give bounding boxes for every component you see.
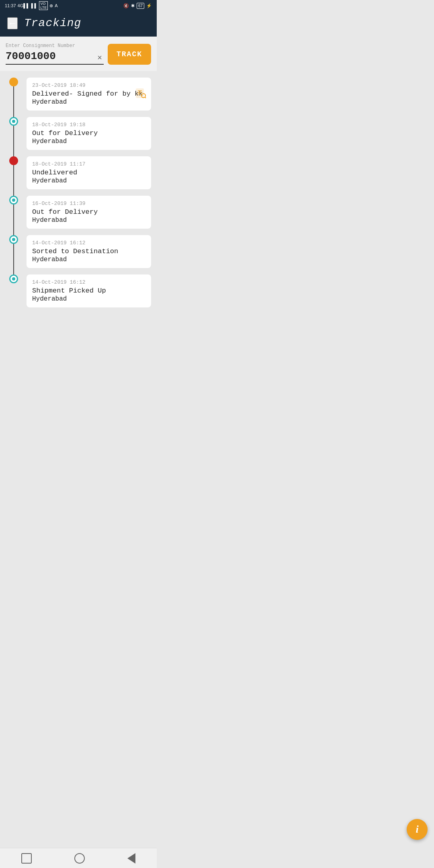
consignment-input[interactable] xyxy=(6,50,104,65)
search-icon-button[interactable] xyxy=(135,87,146,101)
svg-line-5 xyxy=(145,97,146,98)
timeline-left xyxy=(6,235,22,244)
timeline-left xyxy=(6,196,22,205)
card-location: Hyderabad xyxy=(32,177,145,184)
timeline-card: 18-Oct-2019 19:18 Out for Delivery Hyder… xyxy=(27,117,151,150)
card-location: Hyderabad xyxy=(32,295,145,303)
timeline-item: 18-Oct-2019 19:18 Out for Delivery Hyder… xyxy=(0,117,157,150)
dot-teal xyxy=(9,274,18,283)
timeline-left xyxy=(6,78,22,86)
card-status: Sorted to Destination xyxy=(32,248,145,255)
status-bar: 11:37 4G▌▌ ▌▌ VOLTE ⊕ A 🔇 ✱ 67 ⚡ xyxy=(0,0,157,11)
card-status: Out for Delivery xyxy=(32,129,145,137)
dot-teal xyxy=(9,117,18,126)
dot-orange xyxy=(9,78,18,86)
card-location: Hyderabad xyxy=(32,138,145,145)
card-datetime: 23-Oct-2019 18:49 xyxy=(32,82,145,88)
card-status: Out for Delivery xyxy=(32,208,145,216)
dot-teal xyxy=(9,235,18,244)
app-icon: A xyxy=(55,3,57,8)
card-datetime: 16-Oct-2019 11:39 xyxy=(32,201,145,207)
back-button[interactable]: ← xyxy=(7,17,18,29)
search-section: Enter Consignment Number × TRACK xyxy=(0,37,157,71)
card-status: Shipment Picked Up xyxy=(32,287,145,295)
card-datetime: 14-Oct-2019 16:12 xyxy=(32,240,145,246)
time-display: 11:37 xyxy=(5,3,16,8)
mute-icon: 🔇 xyxy=(123,3,129,8)
timeline-item: 18-Oct-2019 11:17 Undelivered Hyderabad xyxy=(0,156,157,189)
timeline-left xyxy=(6,156,22,165)
card-status: Delivered- Signed for by kk xyxy=(32,90,145,98)
battery-display: 67 xyxy=(137,3,144,8)
timeline-card: 16-Oct-2019 11:39 Out for Delivery Hyder… xyxy=(27,196,151,229)
dot-red xyxy=(9,156,18,165)
signal-indicator: 4G▌▌ xyxy=(18,3,30,8)
status-right: 🔇 ✱ 67 ⚡ xyxy=(123,3,152,8)
svg-rect-0 xyxy=(136,89,143,98)
card-datetime: 18-Oct-2019 11:17 xyxy=(32,161,145,167)
dot-teal xyxy=(9,196,18,205)
card-location: Hyderabad xyxy=(32,256,145,263)
app-header: ← Tracking xyxy=(0,11,157,37)
battery-box: 67 xyxy=(137,3,144,9)
timeline-left xyxy=(6,117,22,126)
card-status: Undelivered xyxy=(32,169,145,176)
bt-icon: ⊕ xyxy=(49,3,53,8)
page-title: Tracking xyxy=(24,17,81,29)
input-label: Enter Consignment Number xyxy=(6,43,104,49)
timeline-card: 18-Oct-2019 11:17 Undelivered Hyderabad xyxy=(27,156,151,189)
volte-indicator: VOLTE xyxy=(39,1,48,10)
timeline-item: 16-Oct-2019 11:39 Out for Delivery Hyder… xyxy=(0,196,157,229)
card-location: Hyderabad xyxy=(32,98,145,106)
card-datetime: 14-Oct-2019 16:12 xyxy=(32,279,145,285)
input-wrapper: Enter Consignment Number × xyxy=(6,43,104,65)
signal-indicator2: ▌▌ xyxy=(31,3,38,8)
status-left: 11:37 4G▌▌ ▌▌ VOLTE ⊕ A xyxy=(5,1,58,10)
timeline-card: 23-Oct-2019 18:49 Delivered- Signed for … xyxy=(27,78,151,111)
charging-icon: ⚡ xyxy=(146,3,152,8)
bluetooth-icon: ✱ xyxy=(131,3,135,8)
timeline-item: 23-Oct-2019 18:49 Delivered- Signed for … xyxy=(0,78,157,111)
clear-button[interactable]: × xyxy=(97,53,102,62)
card-datetime: 18-Oct-2019 19:18 xyxy=(32,122,145,128)
track-button[interactable]: TRACK xyxy=(108,44,151,65)
timeline-left xyxy=(6,274,22,283)
timeline-item: 14-Oct-2019 16:12 Shipment Picked Up Hyd… xyxy=(0,274,157,307)
timeline-card: 14-Oct-2019 16:12 Shipment Picked Up Hyd… xyxy=(27,274,151,307)
timeline-section: 23-Oct-2019 18:49 Delivered- Signed for … xyxy=(0,71,157,344)
timeline-card: 14-Oct-2019 16:12 Sorted to Destination … xyxy=(27,235,151,268)
card-location: Hyderabad xyxy=(32,217,145,224)
timeline-item: 14-Oct-2019 16:12 Sorted to Destination … xyxy=(0,235,157,268)
